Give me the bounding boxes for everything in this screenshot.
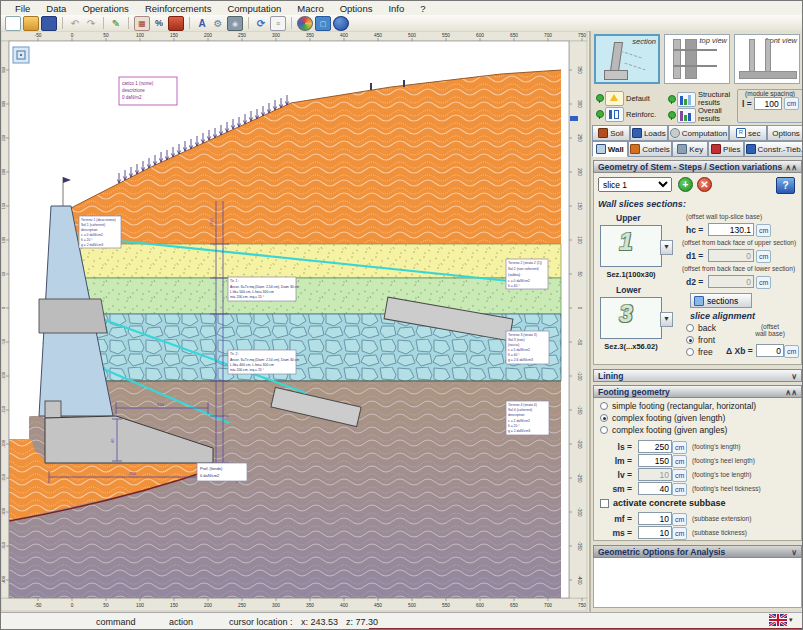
lining-panel-header[interactable]: Lining ∨: [593, 369, 802, 382]
display-overall-results-button[interactable]: Overall results: [667, 107, 736, 123]
lv-unit-button[interactable]: cm: [672, 469, 687, 482]
language-selector[interactable]: ▾: [769, 614, 793, 626]
menu-data[interactable]: Data: [38, 3, 74, 14]
font-a-icon[interactable]: A: [195, 17, 209, 30]
align-back-radio[interactable]: [686, 324, 694, 332]
tab-wall[interactable]: Wall: [592, 141, 628, 157]
slice-select[interactable]: slice 1: [598, 177, 672, 192]
ls-label: ls =: [610, 442, 632, 452]
hc-input[interactable]: [708, 223, 754, 236]
lower-section-dropdown[interactable]: ▼: [660, 312, 673, 327]
dxb-input[interactable]: [756, 344, 784, 357]
upper-section-dropdown[interactable]: ▼: [660, 240, 673, 255]
align-free-radio[interactable]: [686, 348, 694, 356]
tab-constr-tieb[interactable]: Constr.-Tieb.: [744, 141, 803, 157]
display-default-button[interactable]: Default: [595, 91, 650, 106]
save-icon[interactable]: [41, 16, 57, 31]
display-icon[interactable]: ▢: [315, 16, 331, 31]
tab-soil[interactable]: Soil: [592, 125, 630, 141]
menu-operations[interactable]: Operations: [74, 3, 136, 14]
menu-computation[interactable]: Computation: [219, 3, 289, 14]
display-reinforc-button[interactable]: Reinforc.: [595, 107, 656, 122]
book-red-icon[interactable]: [168, 16, 184, 31]
simple-footing-radio[interactable]: [600, 402, 608, 410]
tab-row-1: Soil Loads Computation Rsec Options: [592, 125, 803, 141]
redo-icon[interactable]: ↷: [84, 17, 98, 30]
globe-icon[interactable]: [333, 16, 349, 31]
complex-angles-radio[interactable]: [600, 426, 608, 434]
undo-icon[interactable]: ↶: [68, 17, 82, 30]
footing-panel-header[interactable]: Footing geometry ∧∧: [593, 385, 802, 398]
sm-input[interactable]: [638, 482, 672, 495]
delete-slice-button[interactable]: ✕: [697, 177, 712, 192]
percent-tool-icon[interactable]: %: [152, 17, 166, 30]
menu-help[interactable]: ?: [412, 3, 433, 14]
dxb-unit-button[interactable]: cm: [784, 345, 799, 358]
sm-unit-button[interactable]: cm: [672, 483, 687, 496]
main-toolbar: ↶ ↷ ✎ ▦ % A ⚙ ◉ ⟳ ≡ ▢: [1, 15, 803, 32]
module-unit-button[interactable]: cm: [784, 97, 799, 110]
complex-length-radio[interactable]: [600, 414, 608, 422]
lm-unit-button[interactable]: cm: [672, 455, 687, 468]
lm-input[interactable]: [638, 454, 672, 467]
add-slice-button[interactable]: +: [678, 177, 693, 192]
mf-input[interactable]: [638, 512, 672, 525]
lower-section-box[interactable]: 3 ▼: [600, 297, 662, 339]
svg-text:100: 100: [2, 237, 6, 243]
tab-row-2: Wall Corbels Key Piles Constr.-Tieb.: [592, 141, 803, 157]
drawing-canvas[interactable]: -500501001502002503003504004505005506006…: [1, 31, 589, 613]
camera-icon[interactable]: ◉: [227, 16, 243, 31]
menu-reinforcements[interactable]: Reinforcements: [137, 3, 220, 14]
report-icon[interactable]: ≡: [270, 16, 286, 31]
ms-input[interactable]: [638, 526, 672, 539]
d1-input[interactable]: [708, 249, 754, 262]
ls-unit-button[interactable]: cm: [672, 441, 687, 454]
collapse-chevron-icon[interactable]: ∨: [791, 370, 797, 383]
tab-sec[interactable]: Rsec: [729, 125, 767, 141]
lv-input[interactable]: [638, 468, 672, 481]
table-edit-icon[interactable]: ▦: [134, 16, 150, 31]
tab-options[interactable]: Options: [767, 125, 803, 141]
status-command[interactable]: command: [96, 617, 136, 627]
ls-input[interactable]: [638, 440, 672, 453]
top-view-icon: [673, 49, 717, 51]
stem-panel-header[interactable]: Geometry of Stem - Steps / Section varia…: [593, 160, 802, 173]
svg-text:250: 250: [238, 603, 246, 608]
status-action[interactable]: action: [169, 617, 193, 627]
sections-button[interactable]: sections: [690, 293, 752, 308]
view-section-button[interactable]: section: [594, 34, 660, 84]
upper-section-box[interactable]: 1 ▼: [600, 225, 662, 267]
display-structural-results-button[interactable]: Structural results: [667, 91, 736, 107]
tab-key[interactable]: Key: [672, 141, 708, 157]
ms-unit-button[interactable]: cm: [672, 527, 687, 540]
d2-unit-button[interactable]: cm: [756, 276, 771, 289]
d2-input[interactable]: [708, 275, 754, 288]
tab-computation[interactable]: Computation: [668, 125, 730, 141]
view-top-button[interactable]: top view: [664, 34, 730, 84]
edit-check-icon[interactable]: ✎: [109, 17, 123, 30]
view-front-button[interactable]: front view: [734, 34, 800, 84]
menu-info[interactable]: Info: [380, 3, 412, 14]
module-spacing-input[interactable]: [754, 97, 782, 110]
subbase-checkbox[interactable]: [600, 499, 609, 508]
new-file-icon[interactable]: [5, 16, 21, 31]
sync-icon[interactable]: ⟳: [254, 17, 268, 30]
help-button[interactable]: ?: [776, 177, 795, 194]
menu-macro[interactable]: Macro: [289, 3, 331, 14]
snap-tool-button[interactable]: [13, 47, 29, 63]
menu-file[interactable]: File: [7, 3, 38, 14]
annotation-depth-label: Prof. (fondo) 0 daN/cm2: [197, 463, 247, 481]
menu-options[interactable]: Options: [332, 3, 381, 14]
mf-unit-button[interactable]: cm: [672, 513, 687, 526]
gear-icon[interactable]: ⚙: [211, 17, 225, 30]
d1-unit-button[interactable]: cm: [756, 250, 771, 263]
hc-unit-button[interactable]: cm: [756, 224, 771, 237]
align-front-radio[interactable]: [686, 336, 694, 344]
tab-loads[interactable]: Loads: [630, 125, 668, 141]
tab-piles[interactable]: Piles: [708, 141, 744, 157]
geo-options-header[interactable]: Geometric Options for Analysis ∨: [593, 545, 802, 558]
open-folder-icon[interactable]: [23, 16, 39, 31]
tab-corbels[interactable]: Corbels: [628, 141, 673, 157]
svg-text:fi = 40 °: fi = 40 °: [508, 284, 520, 288]
color-wheel-icon[interactable]: [297, 16, 313, 31]
